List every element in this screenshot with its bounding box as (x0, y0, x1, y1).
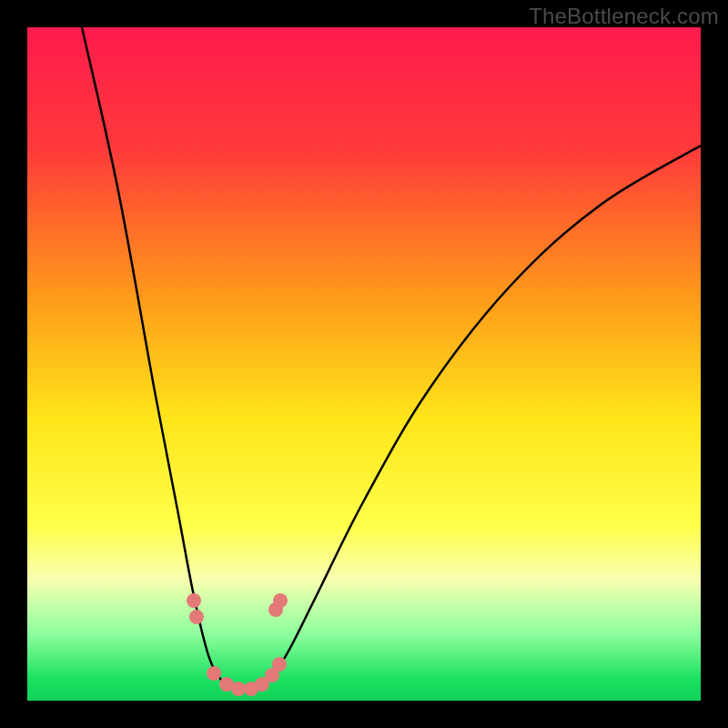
marker-point (273, 593, 288, 608)
marker-point (207, 666, 221, 681)
marker-point (231, 682, 246, 696)
bottleneck-chart (27, 27, 701, 701)
watermark-text: TheBottleneck.com (529, 4, 719, 29)
gradient-background (27, 27, 701, 701)
chart-frame: TheBottleneck.com (0, 0, 728, 728)
marker-point (272, 657, 287, 672)
marker-point (189, 610, 204, 624)
marker-point (187, 593, 201, 608)
